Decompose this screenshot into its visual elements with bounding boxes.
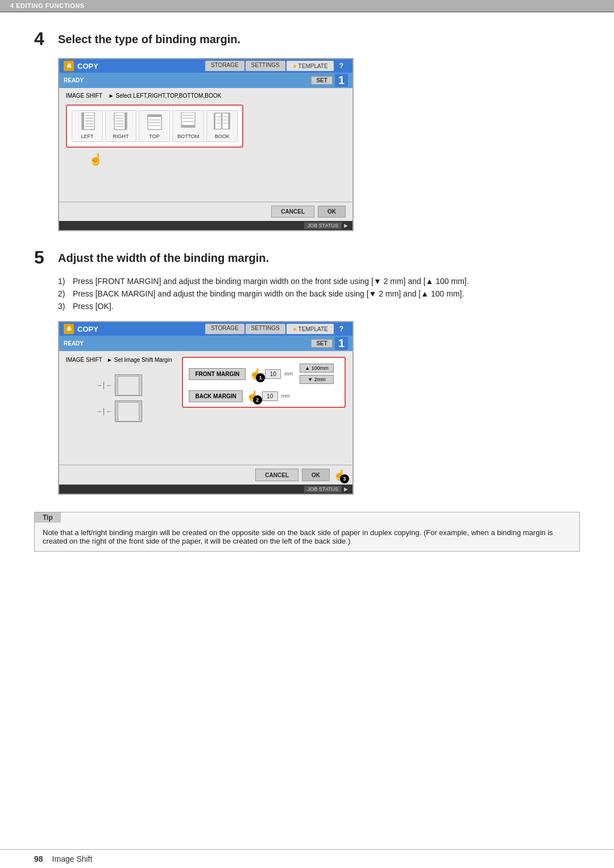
svg-rect-1 (82, 112, 84, 130)
binding-option-right[interactable]: RIGHT (105, 110, 136, 142)
step5-job-status-button[interactable]: JOB STATUS (304, 486, 342, 493)
arrow-right-left-2: →│← (96, 408, 113, 415)
arrow-right-left-1: →│← (96, 382, 113, 389)
step4-body: IMAGE SHIFT ► Select LEFT,RIGHT,TOP,BOTT… (59, 88, 352, 202)
step5-tabs: STORAGE SETTINGS ★ TEMPLATE ? (205, 324, 348, 334)
back-margin-row: BACK MARGIN ☝ 2 10 mm (189, 390, 339, 402)
section-label: 4 EDITING FUNCTIONS (10, 2, 85, 9)
page-footer: 98 Image Shift (0, 849, 614, 868)
step5-tab-template[interactable]: ★ TEMPLATE (287, 324, 334, 334)
binding-option-book[interactable]: BOOK (206, 110, 238, 142)
step4-cancel-button[interactable]: CANCEL (271, 206, 314, 218)
step4-footer: JOB STATUS ▶ (59, 221, 352, 230)
front-margin-cursor: ☝ 1 (249, 368, 262, 380)
left-binding-icon (79, 113, 96, 131)
back-margin-value: 10 (262, 391, 278, 401)
step4-topbar: 🖶 COPY STORAGE SETTINGS ★ TEMPLATE ? (59, 59, 352, 73)
copy-icon: 🖶 (64, 61, 74, 71)
step5-instructions: 1) Press [FRONT MARGIN] and adjust the b… (58, 277, 580, 311)
bottom-binding-icon (180, 113, 197, 131)
footer-section: Image Shift (52, 854, 93, 863)
main-content: 4 Select the type of binding margin. 🖶 C… (0, 12, 614, 574)
copy-icon-2: 🖶 (64, 324, 74, 334)
front-doc-preview (115, 374, 142, 396)
book-binding-icon (214, 113, 231, 131)
binding-option-bottom[interactable]: BOTTOM (172, 110, 204, 142)
margin-updown-controls: ▲ 100mm ▼ 2mm (300, 364, 333, 384)
step5-ready-label: READY (64, 340, 84, 347)
step4-readybar: READY SET 1 (59, 73, 352, 88)
tab-storage[interactable]: STORAGE (205, 61, 244, 71)
front-preview-row: →│← (96, 374, 142, 396)
front-margin-value: 10 (265, 369, 281, 379)
step5-tab-settings[interactable]: SETTINGS (246, 324, 285, 334)
right-binding-icon (113, 113, 130, 131)
svg-rect-25 (214, 113, 215, 129)
top-label: TOP (149, 133, 159, 139)
tab-settings[interactable]: SETTINGS (246, 61, 285, 71)
job-status-button[interactable]: JOB STATUS (304, 222, 342, 229)
svg-rect-20 (181, 125, 195, 127)
bottom-label: BOTTOM (177, 133, 199, 139)
step5-tab-help[interactable]: ? (335, 324, 348, 334)
front-margin-button[interactable]: FRONT MARGIN (189, 368, 246, 380)
instruction-2-num: 2) (58, 289, 68, 298)
set-number: 1 (335, 74, 348, 87)
binding-option-left[interactable]: LEFT (72, 110, 103, 142)
page-number: 98 (34, 854, 43, 863)
step4-title: Select the type of binding margin. (58, 30, 240, 46)
back-doc-preview (115, 400, 142, 422)
back-margin-button[interactable]: BACK MARGIN (189, 390, 242, 402)
step5-cancel-button[interactable]: CANCEL (255, 469, 298, 481)
right-label: RIGHT (113, 133, 129, 139)
step5-instruction: IMAGE SHIFT ► Set Image Shift Margin (66, 357, 172, 363)
svg-rect-27 (228, 113, 230, 129)
ok-cursor: ☝ 3 (333, 469, 346, 481)
step4-screen: 🖶 COPY STORAGE SETTINGS ★ TEMPLATE ? REA… (58, 58, 354, 231)
step4-number: 4 (34, 30, 51, 48)
top-binding-icon (146, 113, 163, 131)
instruction-2-text: Press [BACK MARGIN] and adjust the bindi… (73, 289, 464, 298)
step5-heading: 5 Adjust the width of the binding margin… (34, 248, 580, 266)
step5-screen: 🖶 COPY STORAGE SETTINGS ★ TEMPLATE ? REA… (58, 321, 354, 495)
step5-buttons: CANCEL OK ☝ 3 (59, 465, 352, 485)
instruction-3-num: 3) (58, 302, 68, 311)
step4-buttons: CANCEL OK (59, 202, 352, 221)
down-2mm-button[interactable]: ▼ 2mm (300, 375, 333, 384)
star-icon: ★ (292, 63, 297, 69)
instruction-3: 3) Press [OK]. (58, 302, 580, 311)
step5-set-button[interactable]: SET (311, 339, 332, 348)
step4-ok-button[interactable]: OK (318, 206, 346, 218)
set-button[interactable]: SET (311, 76, 332, 85)
left-label: LEFT (81, 133, 93, 139)
back-preview-row: →│← (96, 400, 142, 422)
tab-template[interactable]: ★ TEMPLATE (287, 61, 334, 71)
step4-heading: 4 Select the type of binding margin. (34, 30, 580, 48)
instruction-1-num: 1) (58, 277, 68, 286)
step5-screen-title: COPY (77, 325, 202, 333)
binding-options: LEFT (66, 105, 243, 148)
step5-ok-button[interactable]: OK (302, 469, 330, 481)
margin-preview-area: IMAGE SHIFT ► Set Image Shift Margin →│← (66, 357, 174, 422)
tip-label: Tip (35, 512, 61, 523)
svg-rect-15 (148, 115, 161, 117)
step4-screen-wrap: 🖶 COPY STORAGE SETTINGS ★ TEMPLATE ? REA… (58, 58, 580, 231)
tip-box: Tip Note that a left/right binding margi… (34, 512, 580, 552)
tab-help[interactable]: ? (335, 61, 348, 71)
badge-3: 3 (340, 474, 349, 483)
step5-tab-storage[interactable]: STORAGE (205, 324, 244, 334)
binding-option-top[interactable]: TOP (139, 110, 170, 142)
step4-tabs: STORAGE SETTINGS ★ TEMPLATE ? (205, 61, 348, 71)
ready-label: READY (64, 77, 84, 84)
margin-controls-area: FRONT MARGIN ☝ 1 10 mm ▲ 100mm ▼ (182, 357, 346, 408)
badge-2: 2 (253, 395, 262, 404)
up-100mm-button[interactable]: ▲ 100mm (300, 364, 333, 373)
front-margin-row: FRONT MARGIN ☝ 1 10 mm ▲ 100mm ▼ (189, 364, 339, 384)
front-margin-unit: mm (284, 371, 293, 377)
section-header: 4 EDITING FUNCTIONS (0, 0, 614, 11)
instruction-1-text: Press [FRONT MARGIN] and adjust the bind… (73, 277, 469, 286)
instruction-3-text: Press [OK]. (73, 302, 114, 311)
svg-rect-8 (125, 112, 127, 130)
step5-topbar: 🖶 COPY STORAGE SETTINGS ★ TEMPLATE ? (59, 322, 352, 336)
back-margin-cursor: ☝ 2 (246, 390, 259, 402)
